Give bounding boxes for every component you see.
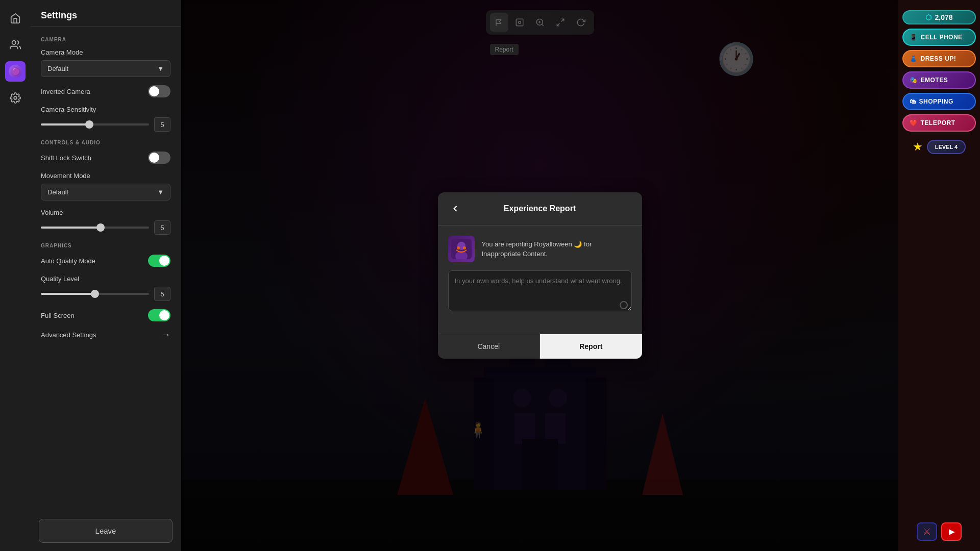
volume-slider: 5	[41, 220, 170, 235]
currency-amount: 2,078	[935, 13, 952, 21]
cell-phone-icon: 📱	[910, 34, 918, 41]
auto-quality-label: Auto Quality Mode	[41, 257, 95, 265]
nav-home-icon[interactable]	[5, 8, 26, 29]
level-text: LEVEL 4	[935, 144, 958, 150]
game-area: 🧍 🕐 Report	[181, 0, 898, 551]
volume-fill	[41, 227, 101, 229]
camera-mode-chevron-icon: ▼	[157, 65, 164, 72]
settings-content: CAMERA Camera Mode Default ▼ Inverted Ca…	[31, 27, 181, 513]
youtube-button[interactable]: ▶	[941, 522, 962, 541]
currency-display: ⬡ 2,078	[902, 10, 976, 24]
left-navigation: 🟣	[0, 0, 31, 551]
svg-point-24	[463, 246, 466, 249]
sword-icon: ⚔	[923, 526, 931, 537]
report-avatar	[448, 236, 475, 262]
shopping-label: SHOPPING	[919, 98, 953, 105]
nav-users-icon[interactable]	[5, 35, 26, 55]
movement-mode-dropdown[interactable]: Default ▼	[41, 184, 170, 201]
sword-icon-button[interactable]: ⚔	[917, 522, 937, 541]
emotes-label: EMOTES	[921, 77, 948, 84]
reporting-text: You are reporting Royalloween	[482, 240, 572, 248]
volume-thumb[interactable]	[96, 223, 105, 232]
advanced-settings-arrow-icon: →	[161, 330, 170, 340]
controls-section-label: CONTROLS & AUDIO	[41, 140, 170, 145]
leave-button[interactable]: Leave	[39, 519, 173, 543]
experience-report-dialog: Experience Report	[438, 192, 642, 359]
svg-point-0	[12, 41, 16, 44]
camera-mode-value: Default	[47, 65, 68, 72]
teleport-button[interactable]: ❤️ TELEPORT	[902, 114, 976, 132]
quality-level-thumb[interactable]	[91, 290, 99, 298]
svg-point-23	[457, 246, 460, 249]
quality-level-slider: 5	[41, 287, 170, 301]
full-screen-toggle[interactable]	[148, 309, 170, 321]
cancel-button[interactable]: Cancel	[438, 334, 541, 359]
dress-up-button[interactable]: 👗 DRESS UP!	[902, 50, 976, 67]
dress-up-icon: 👗	[910, 55, 918, 62]
auto-quality-toggle-thumb	[159, 256, 169, 266]
right-sidebar: ⬡ 2,078 📱 CELL PHONE 👗 DRESS UP! 🎭 EMOTE…	[898, 0, 980, 551]
inverted-camera-toggle[interactable]	[148, 85, 170, 97]
quality-level-track[interactable]	[41, 293, 149, 295]
quality-level-value: 5	[154, 287, 170, 301]
dress-up-label: DRESS UP!	[921, 55, 957, 62]
shopping-button[interactable]: 🛍 SHOPPING	[902, 93, 976, 110]
emotes-button[interactable]: 🎭 EMOTES	[902, 71, 976, 89]
shift-lock-label: Shift Lock Switch	[41, 154, 91, 162]
shift-lock-toggle-thumb	[149, 153, 159, 163]
cell-phone-button[interactable]: 📱 CELL PHONE	[902, 29, 976, 46]
teleport-label: TELEPORT	[921, 119, 955, 127]
bottom-icons: ⚔ ▶	[917, 522, 962, 541]
movement-mode-label: Movement Mode	[41, 172, 170, 180]
advanced-settings-label: Advanced Settings	[41, 331, 96, 339]
dialog-body: You are reporting Royalloween 🌙 for Inap…	[438, 226, 642, 334]
auto-quality-toggle[interactable]	[148, 255, 170, 267]
shift-lock-toggle[interactable]	[148, 152, 170, 164]
report-info: You are reporting Royalloween 🌙 for Inap…	[448, 236, 632, 262]
report-textarea[interactable]	[448, 270, 632, 311]
dialog-overlay: Experience Report	[181, 0, 898, 551]
reporting-emoji: 🌙	[572, 240, 584, 248]
advanced-settings-row[interactable]: Advanced Settings →	[41, 330, 170, 340]
dialog-back-button[interactable]	[448, 202, 462, 216]
nav-avatar-icon[interactable]: 🟣	[5, 61, 26, 82]
dialog-footer: Cancel Report	[438, 334, 642, 359]
inverted-camera-toggle-thumb	[149, 86, 159, 96]
camera-sensitivity-track[interactable]	[41, 123, 149, 126]
camera-section-label: CAMERA	[41, 37, 170, 42]
shift-lock-row: Shift Lock Switch	[41, 152, 170, 164]
movement-mode-value: Default	[47, 188, 68, 196]
teleport-icon: ❤️	[910, 119, 918, 127]
volume-label: Volume	[41, 209, 170, 216]
camera-sensitivity-fill	[41, 123, 89, 126]
settings-panel: Settings CAMERA Camera Mode Default ▼ In…	[31, 0, 181, 551]
volume-value: 5	[154, 220, 170, 235]
dialog-header: Experience Report	[438, 192, 642, 226]
svg-point-1	[14, 96, 17, 99]
inverted-camera-label: Inverted Camera	[41, 88, 90, 95]
quality-level-fill	[41, 293, 95, 295]
nav-settings-icon[interactable]	[5, 88, 26, 108]
camera-sensitivity-thumb[interactable]	[85, 120, 93, 129]
inverted-camera-row: Inverted Camera	[41, 85, 170, 97]
report-submit-button[interactable]: Report	[540, 334, 642, 359]
star-icon: ★	[913, 140, 923, 154]
full-screen-label: Full Screen	[41, 312, 75, 319]
camera-mode-label: Camera Mode	[41, 48, 170, 56]
graphics-section-label: GRAPHICS	[41, 243, 170, 248]
settings-title: Settings	[31, 0, 181, 27]
volume-track[interactable]	[41, 227, 149, 229]
quality-level-label: Quality Level	[41, 275, 170, 283]
dialog-title: Experience Report	[469, 204, 611, 213]
level-area: ★ LEVEL 4	[913, 140, 966, 154]
auto-quality-row: Auto Quality Mode	[41, 255, 170, 267]
robux-icon: ⬡	[925, 13, 932, 21]
cell-phone-label: CELL PHONE	[921, 34, 963, 41]
movement-mode-chevron-icon: ▼	[157, 188, 164, 196]
camera-mode-dropdown[interactable]: Default ▼	[41, 60, 170, 77]
shopping-icon: 🛍	[910, 98, 916, 105]
full-screen-toggle-thumb	[159, 310, 169, 320]
camera-sensitivity-label: Camera Sensitivity	[41, 106, 170, 113]
textarea-corner-icon	[620, 301, 628, 309]
full-screen-row: Full Screen	[41, 309, 170, 321]
